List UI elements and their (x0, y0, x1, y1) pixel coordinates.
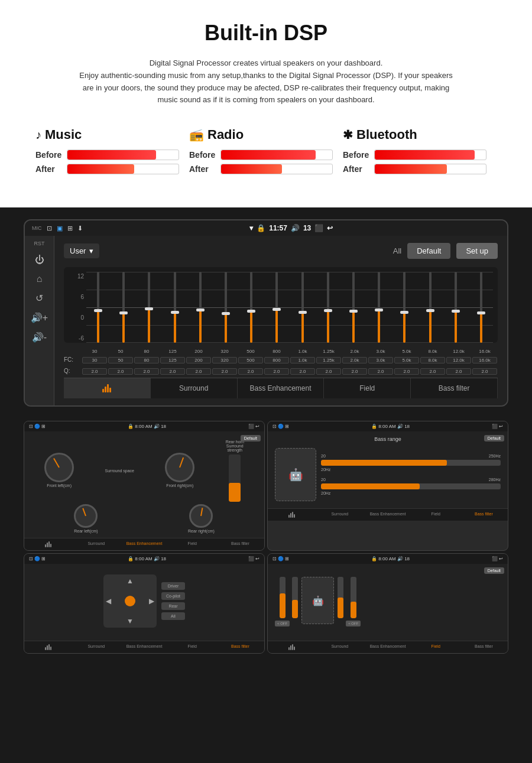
tab-surround[interactable]: Surround (151, 378, 238, 398)
mini-tab-surround-4[interactable]: Surround (316, 641, 364, 653)
mini-tab-bass-4[interactable]: Bass Enhancement (364, 641, 411, 653)
dial-fr[interactable] (165, 453, 194, 482)
bassf-track-3[interactable] (338, 577, 343, 618)
eq-handle-0[interactable] (94, 309, 102, 312)
power-icon[interactable]: ⏻ (35, 255, 44, 265)
mini-tab-eq-3[interactable] (24, 641, 72, 653)
eq-slider-14[interactable] (444, 272, 468, 343)
fc-val-800[interactable]: 800 (264, 357, 289, 363)
eq-handle-5[interactable] (222, 312, 230, 315)
mini-tab-eq-4[interactable] (268, 641, 316, 653)
vol-down-icon[interactable]: 🔊- (32, 332, 47, 343)
eq-slider-15[interactable] (469, 272, 493, 343)
mini-tab-field-1[interactable]: Field (168, 538, 216, 550)
eq-handle-13[interactable] (426, 309, 434, 312)
eq-slider-11[interactable] (367, 272, 391, 343)
eq-slider-3[interactable] (163, 272, 187, 343)
default-btn-mini-1[interactable]: Default (241, 435, 261, 441)
mini-tab-bass-3[interactable]: Bass Enhancement (120, 641, 168, 653)
bassf-off-2[interactable]: < OFF (346, 621, 361, 626)
house-icon[interactable]: ⌂ (37, 274, 43, 284)
dial-rr[interactable] (189, 504, 213, 528)
back-icon[interactable]: ↩ (327, 224, 333, 232)
mini-tab-field-4[interactable]: Field (412, 641, 460, 653)
mini-tab-bassf-2[interactable]: Bass filter (460, 509, 508, 521)
fc-val-5.0k[interactable]: 5.0k (394, 357, 419, 363)
user-select[interactable]: User ▾ (64, 243, 99, 258)
tab-bass-enhancement[interactable]: Bass Enhancement (238, 378, 325, 398)
mini-tab-eq-1[interactable] (24, 538, 72, 550)
arrow-right[interactable]: ▶ (149, 597, 154, 605)
eq-slider-0[interactable] (86, 272, 110, 343)
eq-handle-2[interactable] (145, 307, 153, 310)
vol-up-icon[interactable]: 🔊+ (31, 312, 48, 323)
setup-button[interactable]: Set up (456, 243, 498, 259)
eq-slider-10[interactable] (342, 272, 365, 343)
eq-slider-12[interactable] (392, 272, 416, 343)
fc-val-30[interactable]: 30 (82, 357, 107, 363)
default-btn-mini-4[interactable]: Default (484, 567, 504, 574)
field-btn-copilot[interactable]: Co-pilot (161, 592, 185, 600)
bassf-track-1[interactable] (280, 577, 286, 618)
q-val-6[interactable]: 2.0 (238, 368, 263, 375)
fc-val-2.0k[interactable]: 2.0k (342, 357, 367, 363)
fc-val-16.0k[interactable]: 16.0k (472, 357, 497, 363)
bassf-off-1[interactable]: < OFF (275, 621, 290, 626)
mini-tab-bassf-1[interactable]: Bass filter (216, 538, 264, 550)
eq-handle-6[interactable] (247, 310, 255, 313)
tab-eq[interactable] (64, 378, 151, 398)
fc-val-500[interactable]: 500 (238, 357, 263, 363)
dial-fl[interactable] (44, 453, 74, 482)
fc-val-200[interactable]: 200 (186, 357, 211, 363)
q-val-15[interactable]: 2.0 (472, 368, 497, 375)
mini-tab-bassf-4[interactable]: Bass filter (460, 641, 508, 653)
eq-slider-5[interactable] (214, 272, 238, 343)
mini-tab-bassf-3[interactable]: Bass filter (216, 641, 264, 653)
eq-slider-7[interactable] (265, 272, 288, 343)
eq-slider-1[interactable] (112, 272, 135, 343)
eq-handle-15[interactable] (477, 311, 485, 314)
q-val-13[interactable]: 2.0 (420, 368, 445, 375)
q-val-9[interactable]: 2.0 (316, 368, 341, 375)
mini-tab-eq-2[interactable] (268, 509, 316, 521)
mini-tab-field-3[interactable]: Field (168, 641, 216, 653)
eq-handle-9[interactable] (324, 309, 332, 312)
field-btn-driver[interactable]: Driver (161, 582, 185, 590)
eq-handle-10[interactable] (349, 310, 358, 313)
q-val-1[interactable]: 2.0 (108, 368, 133, 375)
mini-tab-surround-3[interactable]: Surround (72, 641, 120, 653)
q-val-12[interactable]: 2.0 (394, 368, 419, 375)
bass-track-2[interactable] (321, 483, 501, 489)
eq-slider-13[interactable] (418, 272, 442, 343)
mini-tab-bass-1[interactable]: Bass Enhancement (120, 538, 168, 550)
mini-tab-surround-1[interactable]: Surround (72, 538, 120, 550)
fc-val-8.0k[interactable]: 8.0k (420, 357, 445, 363)
fc-val-50[interactable]: 50 (108, 357, 133, 363)
arrow-left[interactable]: ◀ (106, 597, 111, 605)
eq-slider-6[interactable] (239, 272, 263, 343)
eq-handle-1[interactable] (119, 311, 128, 314)
bass-track-1[interactable] (321, 460, 501, 466)
mini-tab-bass-2[interactable]: Bass Enhancement (364, 509, 411, 521)
q-val-2[interactable]: 2.0 (134, 368, 159, 375)
eq-slider-2[interactable] (137, 272, 161, 343)
fc-val-80[interactable]: 80 (134, 357, 159, 363)
eq-handle-8[interactable] (299, 311, 307, 314)
eq-slider-4[interactable] (189, 272, 212, 343)
fc-val-125[interactable]: 125 (160, 357, 185, 363)
q-val-11[interactable]: 2.0 (368, 368, 393, 375)
mini-tab-surround-2[interactable]: Surround (316, 509, 364, 521)
default-btn-mini-2[interactable]: Default (484, 435, 504, 441)
q-val-8[interactable]: 2.0 (290, 368, 315, 375)
default-button[interactable]: Default (407, 243, 450, 259)
eq-handle-3[interactable] (171, 311, 179, 314)
mini-tab-field-2[interactable]: Field (412, 509, 460, 521)
field-btn-all[interactable]: All (161, 612, 185, 620)
q-val-7[interactable]: 2.0 (264, 368, 289, 375)
q-val-14[interactable]: 2.0 (446, 368, 471, 375)
eq-slider-9[interactable] (316, 272, 340, 343)
fc-val-3.0k[interactable]: 3.0k (368, 357, 393, 363)
eq-handle-7[interactable] (273, 308, 281, 311)
eq-sliders-area[interactable] (86, 272, 493, 343)
back-sidebar-icon[interactable]: ↺ (35, 293, 43, 304)
